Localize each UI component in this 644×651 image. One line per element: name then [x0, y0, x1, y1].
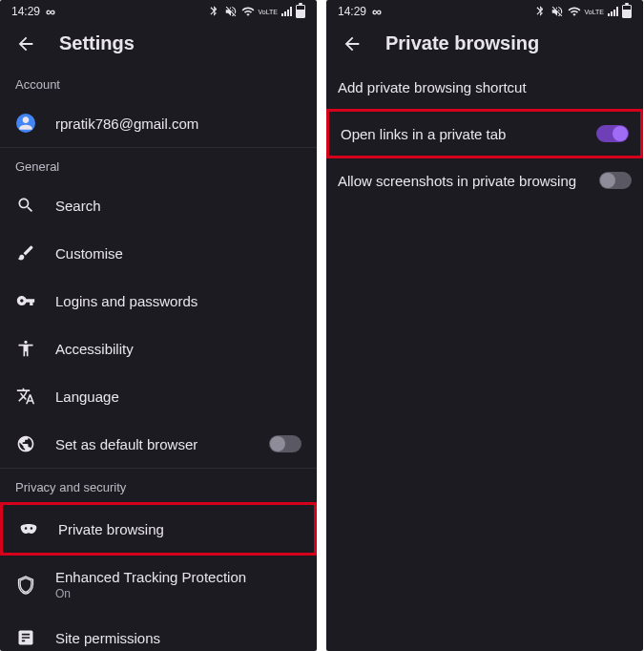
app-bar: Settings — [0, 21, 317, 66]
status-time: 14:29 — [338, 5, 366, 18]
row-default-browser[interactable]: Set as default browser — [0, 420, 317, 468]
row-label: Open links in a private tab — [341, 126, 587, 142]
toggle-open-links-private[interactable] — [596, 125, 629, 142]
section-general-header: General — [0, 147, 317, 181]
status-bar: 14:29 ∞ VoLTE — [326, 0, 643, 21]
page-title: Private browsing — [385, 32, 539, 54]
brush-icon — [15, 242, 36, 263]
row-add-shortcut[interactable]: Add private browsing shortcut — [326, 66, 643, 109]
status-icons: VoLTE — [207, 5, 306, 18]
row-customise[interactable]: Customise — [0, 229, 317, 277]
row-search[interactable]: Search — [0, 181, 317, 229]
status-bar: 14:29 ∞ VoLTE — [0, 0, 317, 21]
row-language[interactable]: Language — [0, 372, 317, 420]
signal-bars-1 — [281, 7, 292, 16]
row-label: Enhanced Tracking Protection — [55, 569, 301, 585]
row-label: Allow screenshots in private browsing — [338, 173, 590, 189]
network-label-1: VoLTE — [259, 9, 279, 15]
row-label: Set as default browser — [55, 436, 250, 452]
key-icon — [15, 290, 36, 311]
row-private-browsing[interactable]: Private browsing — [0, 502, 317, 556]
infinity-icon: ∞ — [46, 4, 55, 19]
mask-icon — [18, 518, 39, 539]
bluetooth-icon — [207, 5, 220, 18]
search-icon — [15, 195, 36, 216]
row-sublabel: On — [55, 587, 301, 600]
row-etp[interactable]: Enhanced Tracking Protection On — [0, 556, 317, 614]
back-icon[interactable] — [342, 33, 363, 54]
globe-icon — [15, 433, 36, 454]
private-browsing-screen: 14:29 ∞ VoLTE Private browsing Add priva… — [326, 0, 643, 651]
row-label: Logins and passwords — [55, 293, 301, 309]
account-email: rpratik786@gmail.com — [55, 116, 301, 132]
row-open-links-private[interactable]: Open links in a private tab — [326, 109, 643, 158]
row-allow-screenshots[interactable]: Allow screenshots in private browsing — [326, 158, 643, 202]
row-label: Search — [55, 198, 301, 214]
mute-icon — [551, 5, 564, 18]
page-title: Settings — [59, 32, 135, 54]
row-site-permissions[interactable]: Site permissions — [0, 614, 317, 651]
status-time: 14:29 — [11, 5, 40, 18]
section-privacy-header: Privacy and security — [0, 468, 317, 502]
row-label: Add private browsing shortcut — [338, 79, 632, 95]
signal-bars-1 — [608, 7, 618, 16]
status-icons: VoLTE — [533, 5, 633, 18]
toggle-allow-screenshots[interactable] — [599, 172, 632, 189]
settings-screen: 14:29 ∞ VoLTE Settings Account rpratik78… — [0, 0, 317, 651]
battery-icon — [296, 5, 305, 18]
account-row[interactable]: rpratik786@gmail.com — [0, 99, 317, 147]
language-icon — [15, 386, 36, 407]
row-label: Customise — [55, 245, 301, 262]
infinity-icon: ∞ — [372, 4, 382, 19]
row-label: Accessibility — [55, 341, 301, 357]
battery-icon — [622, 5, 632, 18]
row-label: Site permissions — [55, 630, 301, 646]
row-label: Private browsing — [58, 521, 299, 537]
back-icon[interactable] — [15, 33, 36, 54]
network-label-1: VoLTE — [585, 9, 605, 15]
permissions-icon — [15, 627, 36, 648]
avatar-icon — [16, 114, 35, 133]
wifi-off-icon — [568, 5, 581, 18]
bluetooth-icon — [533, 5, 547, 18]
row-accessibility[interactable]: Accessibility — [0, 325, 317, 372]
section-account-header: Account — [0, 66, 317, 99]
wifi-off-icon — [241, 5, 255, 18]
accessibility-icon — [15, 338, 36, 359]
toggle-default-browser[interactable] — [269, 435, 301, 452]
app-bar: Private browsing — [326, 21, 643, 66]
mute-icon — [224, 5, 238, 18]
row-label: Language — [55, 388, 301, 405]
row-logins[interactable]: Logins and passwords — [0, 277, 317, 325]
shield-icon — [15, 575, 36, 596]
